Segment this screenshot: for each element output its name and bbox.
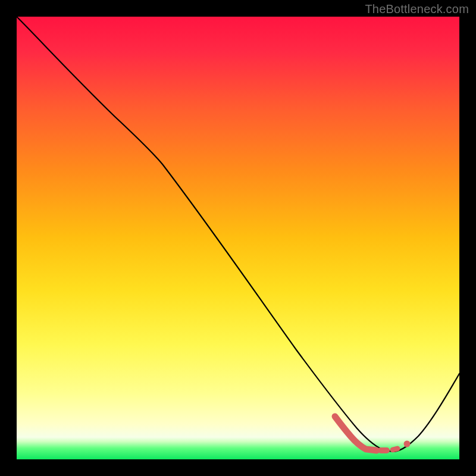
watermark-label: TheBottleneck.com [365, 2, 469, 16]
plot-area [17, 17, 459, 459]
plot-svg [17, 17, 459, 459]
gradient-background [17, 17, 459, 459]
highlight-bottom-dash-2 [393, 449, 397, 450]
chart-frame: TheBottleneck.com [0, 0, 476, 476]
highlight-dot-icon [404, 441, 411, 447]
